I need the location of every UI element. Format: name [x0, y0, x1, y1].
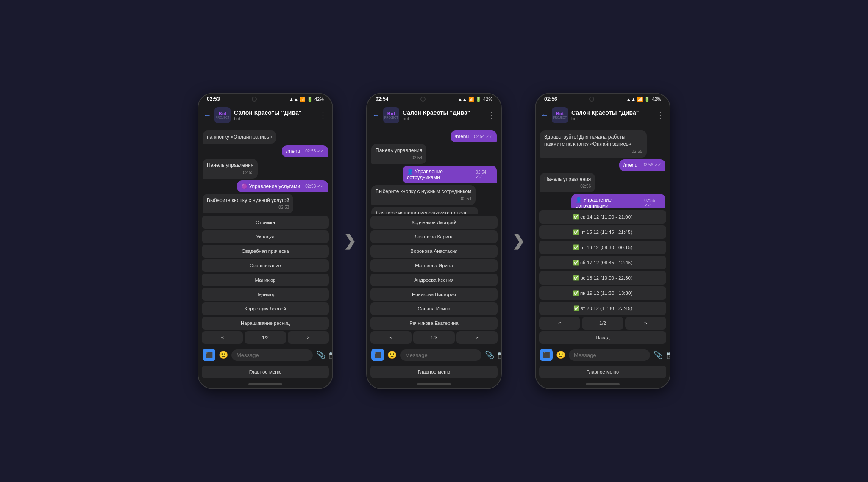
kb-btn-strijka[interactable]: Стрижка [202, 216, 329, 229]
kb-btn-thu[interactable]: ✅ чт 15.12 (11:45 - 21:45) [539, 225, 666, 239]
kb-row-2-2: Лазарева Карина [370, 230, 498, 243]
kb-btn-korrek[interactable]: Коррекция бровей [202, 302, 329, 315]
message-input-3[interactable] [569, 349, 650, 361]
kb-back-3[interactable]: Назад [539, 331, 666, 344]
kb-prev-2[interactable]: < [370, 331, 412, 344]
main-menu-area-3: Главное меню [536, 364, 670, 380]
kb-btn-wed[interactable]: ✅ ср 14.12 (11:00 - 21:00) [539, 210, 666, 224]
attach-btn-1[interactable]: 📎 [316, 350, 326, 360]
notch-3 [589, 97, 594, 102]
kb-btn-lazareva[interactable]: Лазарева Карина [370, 230, 498, 243]
kb-btn-hodchenkov[interactable]: Ходченков Дмитрий [370, 216, 498, 229]
more-button-1[interactable]: ⋮ [319, 110, 327, 120]
notch-1 [252, 97, 257, 102]
notch-2 [420, 97, 426, 102]
status-icons-1: ▲▲ 📶 🔋 42% [289, 97, 324, 102]
kb-btn-narasch[interactable]: Наращивание ресниц [202, 317, 329, 330]
main-menu-area-1: Главное меню [198, 364, 332, 380]
msg-outgoing-2b: 👤 Управление сотрудниками 02:54 ✓✓ [403, 166, 497, 183]
kb-btn-matveeva[interactable]: Матвеева Ирина [370, 259, 498, 272]
arrow-2: ❯ [512, 232, 525, 250]
camera-btn-3[interactable]: 📷 [666, 350, 670, 360]
camera-btn-1[interactable]: 📷 [329, 350, 333, 360]
outgoing-row-2a: /menu 02:54 ✓✓ [371, 130, 497, 142]
kb-row-1-1: Стрижка [202, 216, 329, 229]
kb-btn-rechnikova[interactable]: Речникова Екатерина [370, 317, 498, 330]
status-icons-2: ▲▲ 📶 🔋 42% [458, 97, 492, 102]
kb-row-3-back: Назад [539, 331, 666, 344]
kb-btn-mon[interactable]: ✅ пн 19.12 (11:30 - 13:30) [539, 286, 666, 300]
msg-panel-2: Панель управления 02:54 [371, 144, 426, 164]
kb-btn-fri[interactable]: ✅ пт 16.12 (09:30 - 00:15) [539, 241, 666, 254]
stop-btn-1[interactable]: ⬛ [203, 349, 215, 361]
back-button-3[interactable]: ← [541, 111, 548, 120]
kb-row-3-6: ✅ пн 19.12 (11:30 - 13:30) [539, 286, 666, 300]
kb-btn-andreeva[interactable]: Андреева Ксения [370, 274, 498, 286]
kb-btn-sat[interactable]: ✅ сб 17.12 (08:45 - 12:45) [539, 256, 666, 269]
kb-row-2-nav: < 1/3 > [370, 331, 498, 344]
home-indicator-3 [536, 380, 670, 388]
home-indicator-1 [198, 380, 332, 388]
chat-title-3: Салон Красоты "Дива" [571, 109, 653, 116]
bot-label-3: Bot [556, 111, 564, 116]
kb-row-2-3: Воронова Анастасия [370, 245, 498, 258]
attach-btn-2[interactable]: 📎 [485, 350, 494, 360]
kb-btn-okrash[interactable]: Окрашивание [202, 259, 329, 272]
kb-next-3[interactable]: > [625, 317, 666, 330]
kb-next-2[interactable]: > [456, 331, 498, 344]
bot-label-1: Bot [219, 111, 226, 116]
kb-btn-manik[interactable]: Маникюр [202, 274, 329, 286]
kb-btn-tue[interactable]: ✅ вт 20.12 (11:30 - 23:45) [539, 302, 666, 315]
kb-next-1[interactable]: > [288, 331, 329, 344]
kb-btn-savina[interactable]: Савина Ирина [370, 302, 498, 315]
kb-main-menu-3[interactable]: Главное меню [539, 366, 666, 378]
chat-title-area-1: Салон Красоты "Дива" bot [234, 109, 315, 121]
kb-row-1-4: Окрашивание [202, 259, 329, 272]
main-menu-area-2: Главное меню [367, 364, 501, 380]
kb-main-menu-1[interactable]: Главное меню [202, 366, 329, 378]
kb-row-1-nav: < 1/2 > [202, 331, 329, 344]
kb-btn-sun[interactable]: ✅ вс 18.12 (10:00 - 22:30) [539, 271, 666, 285]
kb-row-3-7: ✅ вт 20.12 (11:30 - 23:45) [539, 302, 666, 315]
camera-btn-2[interactable]: 📷 [498, 350, 502, 360]
kb-btn-voronova[interactable]: Воронова Анастасия [370, 245, 498, 258]
home-bar-3 [586, 383, 620, 385]
chat-title-area-3: Салон Красоты "Дива" bot [571, 109, 653, 121]
phone-1: 02:53 ▲▲ 📶 🔋 42% ← Bot PROJECT Салон Кра… [198, 93, 333, 389]
bot-avatar-3: Bot PROJECT [552, 107, 568, 123]
kb-btn-svad[interactable]: Свадебная прическа [202, 245, 329, 258]
emoji-btn-3[interactable]: 🙂 [556, 350, 565, 360]
outgoing-row-2b: 👤 Управление сотрудниками 02:54 ✓✓ [371, 166, 497, 183]
msg-incoming-1a: на кнопку «Онлайн запись» [203, 130, 276, 144]
msg-outgoing-1a: /menu 02:53 ✓✓ [282, 145, 328, 157]
message-input-2[interactable] [400, 349, 481, 361]
kb-btn-ukladka[interactable]: Укладка [202, 230, 329, 243]
more-button-2[interactable]: ⋮ [487, 110, 496, 120]
bot-sub-3: PROJECT [553, 116, 567, 119]
kb-row-3-2: ✅ чт 15.12 (11:45 - 21:45) [539, 225, 666, 239]
kb-row-3-3: ✅ пт 16.12 (09:30 - 00:15) [539, 241, 666, 254]
kb-row-2-1: Ходченков Дмитрий [370, 216, 498, 229]
message-input-1[interactable] [231, 349, 313, 361]
stop-btn-3[interactable]: ⬛ [540, 349, 553, 361]
back-button-2[interactable]: ← [372, 111, 380, 120]
kb-btn-novikova[interactable]: Новикова Виктория [370, 288, 498, 301]
input-bar-1: ⬛ 🙂 📎 📷 [198, 346, 332, 364]
chat-subtitle-1: bot [234, 116, 315, 121]
kb-page-1: 1/2 [245, 331, 286, 344]
chat-header-3: ← Bot PROJECT Салон Красоты "Дива" bot ⋮ [536, 104, 670, 127]
back-button-1[interactable]: ← [203, 111, 211, 120]
kb-prev-1[interactable]: < [202, 331, 243, 344]
more-button-3[interactable]: ⋮ [656, 110, 665, 120]
kb-prev-3[interactable]: < [539, 317, 580, 330]
emoji-btn-2[interactable]: 🙂 [387, 350, 397, 360]
kb-btn-pedik[interactable]: Педикюр [202, 288, 329, 301]
kb-page-3: 1/2 [582, 317, 623, 330]
kb-main-menu-2[interactable]: Главное меню [370, 366, 498, 378]
emoji-btn-1[interactable]: 🙂 [219, 350, 228, 360]
messages-area-2: /menu 02:54 ✓✓ Панель управления 02:54 👤… [367, 127, 501, 214]
messages-area-3: Здравствуйте! Для начала работы нажмите … [536, 127, 670, 208]
attach-btn-3[interactable]: 📎 [654, 350, 663, 360]
stop-btn-2[interactable]: ⬛ [371, 349, 384, 361]
msg-incoming-3a: Здравствуйте! Для начала работы нажмите … [540, 130, 647, 158]
